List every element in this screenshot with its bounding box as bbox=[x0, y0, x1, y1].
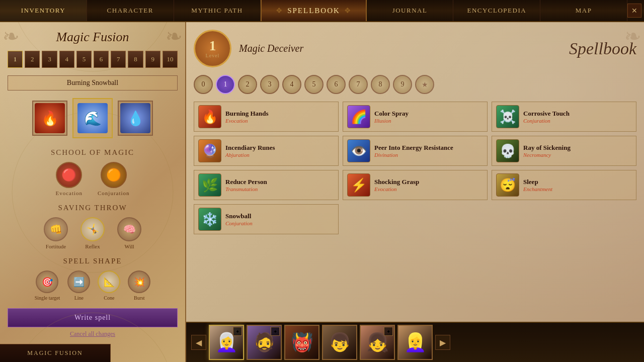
spell-info-burning-hands: Burning HandsEvocation bbox=[225, 110, 334, 124]
character-portrait-5[interactable]: 👱‍♀️ bbox=[397, 325, 433, 360]
level-btn-2[interactable]: 2 bbox=[238, 75, 257, 94]
shape-cone[interactable]: 📐 Cone bbox=[98, 270, 120, 301]
write-spell-button[interactable]: Write spell bbox=[8, 308, 178, 327]
spell-icon-ray-of-sickening: 💀 bbox=[496, 139, 519, 162]
nav-map[interactable]: MAP bbox=[540, 0, 627, 21]
school-conjuration[interactable]: 🟠 Conjuration bbox=[98, 162, 130, 196]
spellbook-title: Spellbook bbox=[569, 39, 636, 58]
level-btn-6[interactable]: 6 bbox=[327, 75, 346, 94]
left-level-tab-10[interactable]: 10 bbox=[163, 51, 178, 68]
level-btn-4[interactable]: 4 bbox=[282, 75, 301, 94]
nav-inventory[interactable]: INVENTORY bbox=[0, 0, 87, 21]
spell-slot-2[interactable]: 🌊 bbox=[72, 98, 113, 138]
spell-icon-sleep: 😴 bbox=[496, 173, 519, 197]
shape-line[interactable]: ➡️ Line bbox=[67, 270, 90, 301]
nav-journal[interactable]: JOURNAL bbox=[367, 0, 454, 21]
next-character-arrow[interactable]: ▶ bbox=[435, 335, 450, 350]
throw-reflex[interactable]: 🤸 Reflex bbox=[80, 217, 105, 249]
level-btn-9[interactable]: 9 bbox=[393, 75, 412, 94]
right-corner-tr: ❧ bbox=[624, 25, 641, 48]
portrait-icon-4: ✦ bbox=[384, 327, 393, 336]
school-evocation[interactable]: 🔴 Evocation bbox=[55, 162, 83, 196]
nav-spellbook[interactable]: SPELLBOOK bbox=[261, 0, 366, 21]
level-btn-5[interactable]: 5 bbox=[304, 75, 324, 94]
prev-character-arrow[interactable]: ◀ bbox=[191, 335, 206, 350]
school-section: School of Magic 🔴 Evocation 🟠 Conjuratio… bbox=[8, 148, 178, 196]
spell-school-ray-of-sickening: Necromancy bbox=[523, 152, 632, 158]
character-portrait-3[interactable]: 👦 bbox=[322, 325, 357, 360]
character-portrait-1[interactable]: 🧔✦ bbox=[247, 325, 282, 360]
spell-item-sleep[interactable]: 😴SleepEnchantment bbox=[492, 170, 636, 200]
spell-shape-header: Spell Shape bbox=[8, 257, 178, 265]
spell-name-peer-into-energy-resistance: Peer Into Energy Resistance bbox=[374, 144, 483, 152]
level-text: Level bbox=[206, 53, 220, 58]
spell-school-corrosive-touch: Conjuration bbox=[523, 118, 632, 124]
left-level-tab-5[interactable]: 5 bbox=[76, 51, 92, 68]
level-tabs: 12345678910 bbox=[8, 51, 178, 68]
close-button[interactable]: ✕ bbox=[627, 4, 641, 18]
spell-school-incendiary-runes: Abjuration bbox=[225, 152, 334, 158]
spell-school-reduce-person: Transmutation bbox=[225, 186, 334, 192]
level-btn-1[interactable]: 1 bbox=[216, 75, 235, 94]
spell-school-peer-into-energy-resistance: Divination bbox=[374, 152, 483, 158]
level-selector: 0 1 2 3 4 5 6 7 8 9 ★ bbox=[194, 75, 636, 94]
shape-icons: 🎯 Single target ➡️ Line 📐 Cone 💥 Burst bbox=[8, 270, 178, 301]
level-btn-star[interactable]: ★ bbox=[415, 75, 434, 94]
character-portrait-0[interactable]: 👩‍🦳✦ bbox=[209, 325, 244, 360]
level-btn-0[interactable]: 0 bbox=[194, 75, 213, 94]
spell-icon-snowball: ❄️ bbox=[198, 208, 221, 231]
left-level-tab-2[interactable]: 2 bbox=[25, 51, 40, 68]
single-target-label: Single target bbox=[35, 295, 60, 301]
spell-name-burning-hands: Burning Hands bbox=[225, 110, 334, 118]
left-level-tab-1[interactable]: 1 bbox=[8, 51, 23, 68]
left-level-tab-3[interactable]: 3 bbox=[42, 51, 57, 68]
spell-name-reduce-person: Reduce Person bbox=[225, 178, 334, 186]
left-level-tab-7[interactable]: 7 bbox=[111, 51, 126, 68]
spell-item-color-spray[interactable]: 🌈Color SprayIllusion bbox=[343, 102, 488, 132]
shape-single-target[interactable]: 🎯 Single target bbox=[35, 270, 60, 301]
saving-throw-section: Saving Throw 👊 Fortitude 🤸 Reflex 🧠 Will bbox=[8, 204, 178, 249]
spell-item-peer-into-energy-resistance[interactable]: 👁️Peer Into Energy ResistanceDivination bbox=[343, 136, 488, 166]
level-btn-3[interactable]: 3 bbox=[260, 75, 279, 94]
spell-item-snowball[interactable]: ❄️SnowballConjuration bbox=[194, 204, 339, 234]
shape-burst[interactable]: 💥 Burst bbox=[128, 270, 150, 301]
spell-item-incendiary-runes[interactable]: 🔮Incendiary RunesAbjuration bbox=[194, 136, 339, 166]
fortitude-label: Fortitude bbox=[46, 243, 66, 249]
spell-info-color-spray: Color SprayIllusion bbox=[374, 110, 483, 124]
spell-item-shocking-grasp[interactable]: ⚡Shocking GraspEvocation bbox=[343, 170, 488, 200]
spell-item-corrosive-touch[interactable]: ☠️Corrosive TouchConjuration bbox=[492, 102, 636, 132]
spell-name-incendiary-runes: Incendiary Runes bbox=[225, 144, 334, 152]
spell-slot-1[interactable]: 🔥 bbox=[32, 101, 67, 136]
left-level-tab-6[interactable]: 6 bbox=[94, 51, 109, 68]
spell-slot-3[interactable]: 💧 bbox=[118, 101, 153, 136]
left-level-tab-9[interactable]: 9 bbox=[145, 51, 160, 68]
throw-fortitude[interactable]: 👊 Fortitude bbox=[44, 217, 68, 249]
spell-item-burning-hands[interactable]: 🔥Burning HandsEvocation bbox=[194, 102, 339, 132]
spell-item-ray-of-sickening[interactable]: 💀Ray of SickeningNecromancy bbox=[492, 136, 636, 166]
cancel-button[interactable]: Cancel all changes bbox=[8, 330, 178, 338]
level-btn-7[interactable]: 7 bbox=[349, 75, 368, 94]
cone-icon: 📐 bbox=[98, 270, 120, 293]
reflex-icon: 🤸 bbox=[80, 217, 105, 241]
character-portrait-2[interactable]: 👹 bbox=[284, 325, 319, 360]
spell-shape-section: Spell Shape 🎯 Single target ➡️ Line 📐 Co… bbox=[8, 257, 178, 301]
nav-character[interactable]: CHARACTER bbox=[87, 0, 174, 21]
character-portrait-4[interactable]: 👧✦ bbox=[360, 325, 395, 360]
throw-will[interactable]: 🧠 Will bbox=[117, 217, 141, 249]
left-level-tab-4[interactable]: 4 bbox=[59, 51, 74, 68]
spell-item-reduce-person[interactable]: 🌿Reduce PersonTransmutation bbox=[194, 170, 339, 200]
nav-encyclopedia[interactable]: ENCYCLOPEDIA bbox=[453, 0, 540, 21]
spell-info-snowball: SnowballConjuration bbox=[225, 212, 334, 226]
spell-school-color-spray: Illusion bbox=[374, 118, 483, 124]
spell-icon-corrosive-touch: ☠️ bbox=[496, 105, 519, 128]
spell-name-ray-of-sickening: Ray of Sickening bbox=[523, 144, 632, 152]
level-btn-8[interactable]: 8 bbox=[371, 75, 390, 94]
nav-mythic[interactable]: MYTHIC PATH bbox=[174, 0, 261, 21]
selected-spell-display: Burning Snowball bbox=[8, 75, 178, 90]
school-conjuration-label: Conjuration bbox=[98, 190, 130, 196]
left-level-tab-8[interactable]: 8 bbox=[128, 51, 143, 68]
single-target-icon: 🎯 bbox=[36, 270, 58, 293]
spell-info-sleep: SleepEnchantment bbox=[523, 178, 632, 192]
spell-school-sleep: Enchantment bbox=[523, 186, 632, 192]
magic-fusion-footer: MAGIC FUSION bbox=[0, 344, 111, 362]
